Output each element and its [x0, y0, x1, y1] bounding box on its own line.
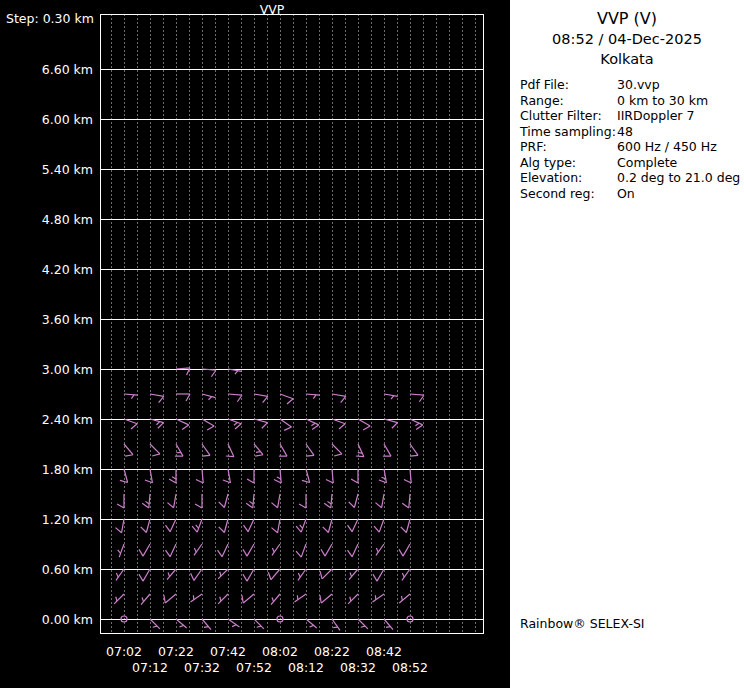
info-field-label: Alg type: [520, 155, 617, 171]
wind-barb [243, 544, 254, 556]
wind-barb [374, 519, 384, 532]
wind-barb [145, 469, 153, 483]
wind-barb [167, 494, 176, 508]
wind-barb [410, 419, 423, 430]
wind-profile-plot: 6.60 km6.00 km5.40 km4.80 km4.20 km3.60 … [0, 0, 510, 688]
info-field-label: Pdf File: [520, 77, 617, 93]
wind-barb [116, 569, 124, 580]
x-axis-label: 08:22 [314, 644, 350, 659]
wind-barb [332, 419, 345, 429]
wind-barb [218, 569, 228, 579]
wind-barb [296, 519, 306, 532]
wind-barb [114, 594, 124, 604]
wind-barb [165, 544, 176, 557]
brand-footer: Rainbow® SELEX-SI [520, 616, 645, 631]
wind-barb [192, 519, 202, 532]
wind-barb [399, 544, 410, 556]
y-axis-label: 6.60 km [42, 62, 93, 77]
wind-barb [320, 569, 332, 579]
wind-barb [323, 519, 332, 533]
wind-barb [124, 394, 138, 399]
wind-barb [351, 469, 358, 483]
wind-barb [332, 394, 346, 403]
x-axis-label: 07:02 [106, 644, 142, 659]
wind-barb [228, 394, 242, 402]
wind-barb [268, 569, 280, 580]
wind-barb [349, 569, 358, 580]
info-field-row: Time sampling:48 [520, 124, 744, 140]
x-axis-label: 07:12 [132, 660, 168, 675]
wind-barb [402, 494, 410, 508]
wind-barb [254, 444, 263, 456]
info-field-row: PRF:600 Hz / 450 Hz [520, 139, 744, 155]
wind-barb [243, 569, 254, 581]
wind-barb [279, 444, 287, 456]
wind-barb [246, 494, 254, 508]
wind-barb [202, 394, 216, 400]
info-field-value: 0.2 deg to 21.0 deg [617, 170, 740, 186]
wind-barb [324, 494, 332, 508]
x-axis-label: 07:32 [184, 660, 220, 675]
x-axis-label: 08:52 [392, 660, 428, 675]
wind-barb [376, 544, 384, 555]
wind-barb [139, 544, 150, 556]
y-axis-label: 5.40 km [42, 162, 93, 177]
wind-barb [139, 569, 150, 581]
wind-barb [202, 444, 210, 456]
wind-barb [196, 469, 203, 483]
x-axis-label: 08:32 [340, 660, 376, 675]
wind-barb [219, 494, 228, 508]
x-axis-label: 08:12 [288, 660, 324, 675]
wind-barb [176, 394, 190, 401]
wind-barb [349, 494, 358, 508]
wind-barb [379, 469, 387, 483]
y-axis-label: 6.00 km [42, 112, 93, 127]
wind-barb [375, 494, 384, 508]
wind-barb [383, 444, 391, 456]
wind-barb [306, 444, 314, 456]
wind-barb [347, 544, 358, 557]
wind-barb [175, 444, 183, 456]
wind-barb [191, 569, 202, 580]
wind-barb [118, 544, 124, 557]
wind-barb [194, 544, 202, 555]
info-field-label: Time sampling: [520, 124, 617, 140]
wind-barb [150, 394, 164, 403]
wind-barb [150, 419, 164, 428]
wind-barb [217, 544, 228, 557]
wind-barb [202, 419, 214, 430]
wind-barb [306, 419, 319, 430]
wind-barb [191, 594, 202, 602]
wind-barb [399, 594, 410, 603]
wind-barb [150, 619, 160, 629]
wind-barb [306, 619, 317, 628]
info-panel: VVP (V) 08:52 / 04-Dec-2025 Kolkata Pdf … [510, 0, 744, 688]
y-axis-label: 3.00 km [42, 362, 93, 377]
wind-barb [280, 394, 293, 404]
wind-barb [228, 619, 239, 627]
wind-barb [302, 469, 310, 483]
x-axis-label: 08:42 [366, 644, 402, 659]
wind-barb [296, 544, 306, 557]
info-field-value: IIRDoppler 7 [617, 108, 694, 124]
y-axis-label: 1.80 km [42, 462, 93, 477]
wind-barb [332, 619, 340, 630]
wind-barb [115, 519, 124, 533]
wind-barb [218, 594, 228, 604]
y-axis-label: 3.60 km [42, 312, 93, 327]
product-parameters: Pdf File:30.vvpRange:0 km to 30 kmClutte… [520, 77, 744, 201]
wind-barb [401, 519, 410, 533]
wind-barb [176, 368, 190, 375]
wind-barb [247, 469, 254, 483]
wind-barb [402, 569, 410, 580]
wind-barb [348, 594, 358, 604]
wind-barb [299, 494, 306, 508]
wind-barb [165, 519, 176, 532]
wind-barb [254, 419, 268, 428]
wind-barb [195, 494, 202, 508]
wind-barb [306, 394, 320, 399]
vvp-product-window: Step: 0.30 km VVP 6.60 km6.00 km5.40 km4… [0, 0, 744, 688]
info-field-label: Range: [520, 93, 617, 109]
info-field-row: Second reg:On [520, 186, 744, 202]
info-field-value: 600 Hz / 450 Hz [617, 139, 717, 155]
